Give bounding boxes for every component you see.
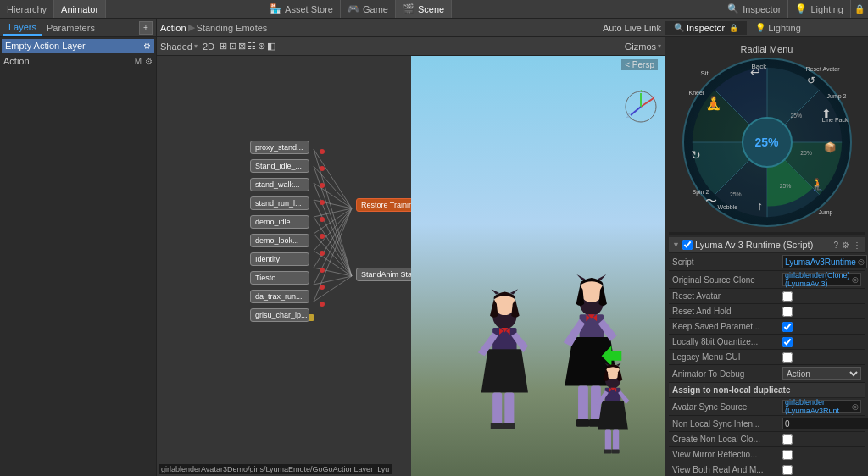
component-enabled-checkbox[interactable] (682, 240, 693, 250)
component-help-icon[interactable]: ? (833, 241, 838, 250)
tab-scene[interactable]: 🎬 Scene (396, 0, 452, 18)
inspector-lock[interactable]: 🔒 (729, 24, 738, 32)
node-run[interactable]: stand_run_l... (250, 196, 309, 210)
animator-sub-tabs: Layers Parameters + (0, 19, 156, 37)
left-panel-spacer (0, 68, 156, 476)
gear-icon-action[interactable]: ⚙ (145, 57, 153, 66)
script-ref-btn[interactable]: ◎ (858, 257, 865, 266)
tab-animator[interactable]: Animator (54, 0, 106, 18)
source-clone-ref[interactable]: girlablender(Clone) (LyumaAv 3) ◎ (782, 273, 861, 286)
gizmos-btn[interactable]: Gizmos ▾ (625, 42, 661, 52)
svg-text:📦: 📦 (823, 141, 836, 153)
node-tiesto[interactable]: Tiesto (250, 271, 309, 285)
nonlocal-sync-input[interactable] (782, 418, 868, 429)
tab-inspector-top[interactable]: 🔍 Inspector (721, 0, 788, 18)
svg-text:25%: 25% (790, 113, 802, 119)
tab-lighting-top[interactable]: 💡 Lighting (788, 0, 851, 18)
radial-menu-container: Radial Menu (669, 41, 865, 230)
node-demo-idle[interactable]: demo_idle... (250, 215, 309, 229)
svg-rect-46 (576, 419, 589, 427)
gear-icon-empty-layer[interactable]: ⚙ (143, 42, 151, 51)
auto-live-link-btn[interactable]: Auto Live Link (603, 23, 661, 33)
script-ref[interactable]: LyumaAv3Runtime ◎ (782, 255, 867, 268)
svg-point-29 (320, 302, 325, 307)
keep-saved-checkbox[interactable] (782, 322, 793, 332)
tab-console[interactable]: ⊟ Console (0, 473, 49, 476)
local-8bit-row: Locally 8bit Quantize... (669, 335, 865, 350)
scene-btn-3[interactable]: ⊠ (238, 41, 246, 52)
shading-dropdown[interactable]: Shaded ▾ (160, 42, 198, 52)
dimension-toggle[interactable]: 2D (203, 42, 214, 52)
mirror-reflect-checkbox[interactable] (782, 450, 793, 460)
local-8bit-checkbox[interactable] (782, 337, 793, 347)
svg-rect-57 (613, 429, 619, 451)
add-layer-btn[interactable]: + (139, 21, 153, 35)
breadcrumb-action[interactable]: Action (160, 23, 186, 33)
svg-text:25%: 25% (729, 191, 741, 197)
view-both-checkbox[interactable] (782, 465, 793, 475)
axis-gizmo: X Y Z (624, 90, 658, 124)
svg-rect-35 (490, 423, 502, 429)
svg-marker-39 (509, 289, 517, 294)
node-walk[interactable]: stand_walk... (250, 178, 309, 191)
sync-source-btn[interactable]: ◎ (852, 402, 859, 411)
breadcrumb-standing-emotes[interactable]: Standing Emotes (197, 23, 268, 33)
top-tab-bar: Hierarchy Animator 🏪 Asset Store 🎮 Game … (0, 0, 868, 19)
svg-line-14 (314, 217, 352, 276)
node-grisu[interactable]: grisu_char_lp... (250, 308, 309, 322)
tab-game[interactable]: 🎮 Game (341, 0, 396, 18)
animator-graph[interactable]: proxy_stand... Stand_idle_... stand_walk… (157, 56, 411, 476)
radial-menu-title: Radial Menu (741, 44, 793, 54)
svg-text:X: X (651, 95, 655, 101)
scene-btn-5[interactable]: ⊛ (258, 41, 265, 52)
component-settings-icon[interactable]: ⚙ (842, 241, 849, 250)
svg-text:25%: 25% (779, 183, 791, 189)
svg-rect-59 (611, 449, 619, 453)
tab-parameters[interactable]: Parameters (42, 21, 100, 35)
tab-hierarchy[interactable]: Hierarchy (0, 0, 54, 18)
action-layer-row[interactable]: Action M ⚙ (0, 54, 156, 68)
svg-text:↻: ↻ (690, 149, 700, 162)
animator-debug-select[interactable]: Action (782, 367, 861, 380)
tab-inspector[interactable]: 🔍 Inspector 🔒 (665, 21, 747, 35)
svg-text:Y: Y (639, 90, 643, 93)
svg-point-23 (320, 200, 325, 205)
node-identity[interactable]: Identity (250, 252, 309, 266)
left-panel: Layers Parameters + Empty Action Layer ⚙… (0, 19, 157, 476)
scene-btn-4[interactable]: ☷ (248, 41, 256, 52)
svg-rect-44 (578, 386, 588, 423)
node-demo-look[interactable]: demo_look... (250, 234, 309, 247)
mirror-reflect-row: View Mirror Reflectio... (669, 447, 865, 462)
sync-source-ref[interactable]: girlablender (LyumaAv3Runt ◎ (782, 400, 861, 413)
scene-btn-2[interactable]: ⊡ (229, 41, 236, 52)
label-jump2: Jump 2 (827, 93, 847, 99)
create-nonlocal-checkbox[interactable] (782, 434, 793, 445)
empty-action-layer[interactable]: Empty Action Layer ⚙ (2, 39, 154, 53)
svg-rect-58 (604, 449, 611, 453)
component-header[interactable]: ▼ Lyuma Av 3 Runtime (Script) ? ⚙ ⋮ (669, 237, 865, 253)
node-proxy[interactable]: proxy_stand... (250, 141, 309, 154)
svg-point-27 (320, 268, 325, 273)
svg-text:↑: ↑ (757, 200, 763, 213)
component-more-icon[interactable]: ⋮ (853, 241, 861, 250)
label-sit: Sit (701, 69, 709, 77)
radial-menu[interactable]: 🧘 ↩ ↺ ⬆ 📦 🧎 ↑ 〜 (682, 58, 852, 227)
scene-btn-1[interactable]: ⊞ (220, 41, 227, 52)
breadcrumb: Action ▶ Standing Emotes (160, 22, 267, 33)
svg-text:〜: 〜 (704, 195, 716, 208)
script-row: Script LyumaAv3Runtime ◎ (669, 253, 865, 271)
scene-btn-6[interactable]: ◧ (267, 41, 275, 52)
tab-lighting[interactable]: 💡 Lighting (747, 21, 810, 35)
legacy-menu-checkbox[interactable] (782, 352, 793, 363)
reset-avatar-checkbox[interactable] (782, 291, 793, 302)
tab-asset-store[interactable]: 🏪 Asset Store (263, 0, 341, 18)
node-trax[interactable]: da_trax_run... (250, 290, 309, 303)
node-idle[interactable]: Stand_idle_... (250, 159, 309, 173)
tab-layers[interactable]: Layers (3, 20, 42, 36)
reset-hold-checkbox[interactable] (782, 307, 793, 317)
label-spin2: Spin 2 (693, 189, 709, 195)
source-clone-btn[interactable]: ◎ (852, 275, 859, 284)
reset-hold-row: Reset And Hold (669, 304, 865, 319)
svg-line-11 (314, 166, 352, 276)
label-back: Back (752, 63, 767, 70)
